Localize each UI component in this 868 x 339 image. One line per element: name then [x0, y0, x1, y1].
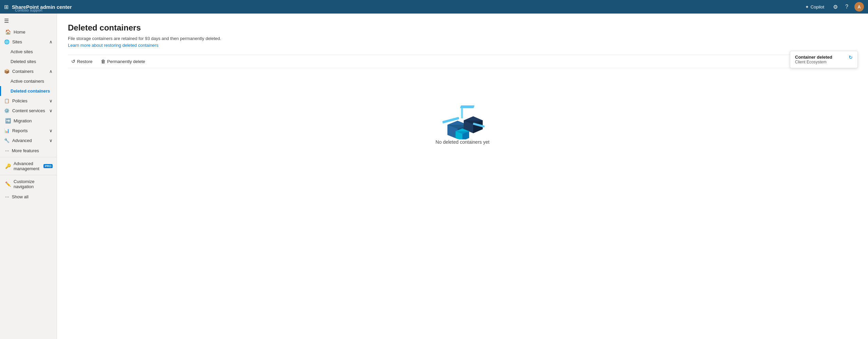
help-button[interactable]: ? — [844, 2, 850, 11]
hamburger-button[interactable]: ☰ — [0, 15, 57, 27]
chevron-content-services-icon: ∨ — [49, 108, 53, 113]
sidebar-item-home[interactable]: 🏠 Home — [0, 27, 57, 37]
topbar-logo: SharePoint admin center Contoso support — [12, 4, 72, 10]
sidebar-label-home: Home — [14, 29, 25, 35]
policies-left: 📋 Policies — [4, 98, 27, 103]
sidebar: ☰ 🏠 Home 🌐 Sites ∧ Active sites Deleted … — [0, 14, 57, 339]
restore-icon: ↺ — [71, 59, 75, 64]
sidebar-item-customize-nav[interactable]: ✏️ Customize navigation — [0, 177, 57, 192]
topbar-left: ⊞ SharePoint admin center Contoso suppor… — [4, 4, 802, 10]
sites-left: 🌐 Sites — [4, 39, 22, 44]
toolbar: ↺ Restore 🗑 Permanently delete — [68, 55, 857, 68]
sidebar-item-sites[interactable]: 🌐 Sites ∧ — [0, 37, 57, 47]
sidebar-item-active-containers[interactable]: Active containers — [0, 76, 57, 86]
topbar-right: ✦ Copilot ⚙ ? A — [802, 2, 864, 12]
notification-popup: Container deleted Client Ecosystem ↻ — [790, 51, 858, 68]
sidebar-item-policies[interactable]: 📋 Policies ∨ — [0, 96, 57, 106]
containers-icon: 📦 — [4, 69, 10, 74]
chevron-sites-icon: ∧ — [49, 39, 53, 44]
main-layout: ☰ 🏠 Home 🌐 Sites ∧ Active sites Deleted … — [0, 14, 868, 339]
sidebar-label-content-services: Content services — [12, 108, 45, 113]
show-all-icon: ··· — [5, 194, 9, 199]
sidebar-item-advanced-management[interactable]: 🔑 Advanced management PRO — [0, 159, 57, 174]
advanced-icon: 🔧 — [4, 138, 10, 143]
description-text: File storage containers are retained for… — [68, 36, 857, 41]
settings-button[interactable]: ⚙ — [832, 2, 839, 12]
restore-button[interactable]: ↺ Restore — [68, 57, 96, 66]
customize-nav-icon: ✏️ — [5, 181, 11, 187]
advanced-management-icon: 🔑 — [5, 163, 11, 169]
home-icon: 🏠 — [5, 29, 11, 35]
sidebar-label-containers: Containers — [12, 69, 34, 74]
sidebar-label-reports: Reports — [12, 128, 28, 133]
sidebar-item-reports[interactable]: 📊 Reports ∨ — [0, 126, 57, 136]
avatar[interactable]: A — [854, 2, 864, 12]
reports-icon: 📊 — [4, 128, 10, 133]
empty-state-label: No deleted containers yet — [436, 139, 490, 145]
sidebar-item-migration[interactable]: ➡️ Migration — [0, 116, 57, 126]
sidebar-label-advanced: Advanced — [12, 138, 32, 143]
sidebar-label-policies: Policies — [12, 98, 27, 103]
permanently-delete-button[interactable]: 🗑 Permanently delete — [97, 57, 149, 66]
advanced-left: 🔧 Advanced — [4, 138, 32, 143]
chevron-containers-icon: ∧ — [49, 69, 53, 74]
sidebar-label-advanced-management: Advanced management — [14, 161, 39, 171]
sidebar-label-active-sites: Active sites — [11, 49, 33, 54]
reports-left: 📊 Reports — [4, 128, 28, 133]
restore-label: Restore — [77, 59, 93, 64]
notification-text-block: Container deleted Client Ecosystem — [795, 55, 845, 64]
sidebar-label-more-features: More features — [12, 148, 39, 153]
delete-icon: 🗑 — [101, 59, 106, 64]
sidebar-item-content-services[interactable]: ⚙️ Content services ∨ — [0, 106, 57, 116]
sidebar-item-show-all[interactable]: ··· Show all — [0, 192, 57, 202]
sidebar-divider-2 — [0, 175, 57, 175]
notification-refresh-icon[interactable]: ↻ — [849, 55, 853, 60]
main-content: Deleted containers File storage containe… — [57, 14, 868, 339]
content-services-left: ⚙️ Content services — [4, 108, 45, 113]
svg-rect-0 — [460, 105, 475, 108]
chevron-reports-icon: ∨ — [49, 128, 53, 133]
copilot-icon: ✦ — [805, 4, 809, 9]
sidebar-divider-1 — [0, 157, 57, 157]
pro-badge: PRO — [43, 164, 53, 168]
empty-state: No deleted containers yet — [68, 102, 857, 145]
sidebar-label-customize-nav: Customize navigation — [14, 179, 53, 189]
sidebar-label-deleted-sites: Deleted sites — [11, 59, 36, 64]
waffle-icon[interactable]: ⊞ — [4, 4, 8, 10]
permanently-delete-label: Permanently delete — [107, 59, 145, 64]
copilot-button[interactable]: ✦ Copilot — [802, 3, 827, 11]
chevron-advanced-icon: ∨ — [49, 138, 53, 143]
containers-left: 📦 Containers — [4, 69, 34, 74]
policies-icon: 📋 — [4, 98, 10, 103]
sidebar-item-containers[interactable]: 📦 Containers ∧ — [0, 66, 57, 76]
copilot-label: Copilot — [811, 4, 824, 9]
sidebar-item-deleted-sites[interactable]: Deleted sites — [0, 57, 57, 66]
app-subtitle: Contoso support — [15, 8, 42, 12]
chevron-policies-icon: ∨ — [49, 98, 53, 103]
notification-subtitle: Client Ecosystem — [795, 60, 845, 64]
content-services-icon: ⚙️ — [4, 108, 10, 113]
svg-rect-1 — [461, 108, 463, 118]
sidebar-item-active-sites[interactable]: Active sites — [0, 47, 57, 57]
sidebar-item-deleted-containers[interactable]: Deleted containers — [0, 86, 57, 96]
sidebar-label-show-all: Show all — [12, 194, 29, 199]
sidebar-label-active-containers: Active containers — [11, 79, 44, 84]
empty-state-illustration — [441, 102, 485, 139]
sidebar-label-sites: Sites — [12, 39, 22, 44]
sidebar-label-migration: Migration — [14, 118, 32, 123]
sidebar-item-advanced[interactable]: 🔧 Advanced ∨ — [0, 136, 57, 145]
sites-icon: 🌐 — [4, 39, 10, 44]
learn-more-link[interactable]: Learn more about restoring deleted conta… — [68, 43, 159, 48]
page-title: Deleted containers — [68, 23, 857, 33]
more-features-icon: ··· — [5, 148, 9, 153]
sidebar-label-deleted-containers: Deleted containers — [11, 88, 50, 94]
sidebar-item-more-features[interactable]: ··· More features — [0, 145, 57, 156]
migration-icon: ➡️ — [5, 118, 11, 123]
notification-title: Container deleted — [795, 55, 845, 60]
topbar: ⊞ SharePoint admin center Contoso suppor… — [0, 0, 868, 14]
